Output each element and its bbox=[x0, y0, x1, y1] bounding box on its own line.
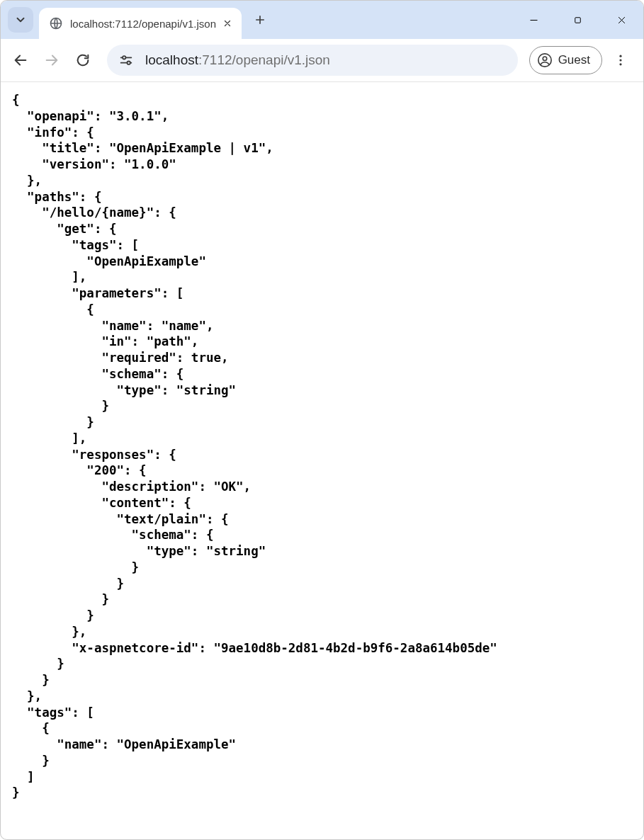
url-host: localhost bbox=[145, 52, 198, 67]
globe-icon bbox=[49, 16, 63, 30]
maximize-button[interactable] bbox=[555, 1, 599, 39]
profile-button[interactable]: Guest bbox=[529, 46, 602, 74]
maximize-icon bbox=[572, 15, 583, 25]
main-menu-button[interactable] bbox=[605, 45, 636, 76]
window-controls bbox=[512, 1, 643, 39]
svg-point-3 bbox=[127, 61, 130, 64]
reload-button[interactable] bbox=[67, 45, 98, 76]
svg-point-6 bbox=[619, 55, 621, 57]
svg-point-2 bbox=[123, 56, 125, 59]
forward-button[interactable] bbox=[36, 45, 67, 76]
toolbar: localhost:7112/openapi/v1.json Guest bbox=[1, 39, 643, 81]
browser-window: localhost:7112/openapi/v1.json bbox=[0, 0, 644, 840]
titlebar: localhost:7112/openapi/v1.json bbox=[1, 1, 643, 39]
tune-icon bbox=[118, 52, 134, 68]
site-settings-button[interactable] bbox=[117, 51, 135, 69]
tab-title: localhost:7112/openapi/v1.json bbox=[70, 18, 216, 30]
minimize-icon bbox=[529, 15, 539, 25]
svg-point-7 bbox=[619, 59, 621, 61]
browser-tab[interactable]: localhost:7112/openapi/v1.json bbox=[39, 8, 242, 39]
svg-point-5 bbox=[543, 57, 547, 61]
url-path: :7112/openapi/v1.json bbox=[198, 52, 330, 67]
reload-icon bbox=[75, 52, 91, 68]
new-tab-button[interactable] bbox=[247, 7, 273, 33]
minimize-button[interactable] bbox=[512, 1, 555, 39]
svg-point-8 bbox=[619, 63, 621, 65]
kebab-icon bbox=[614, 53, 628, 67]
json-body: { "openapi": "3.0.1", "info": { "title":… bbox=[12, 92, 636, 801]
address-bar[interactable]: localhost:7112/openapi/v1.json bbox=[107, 45, 518, 76]
url-text: localhost:7112/openapi/v1.json bbox=[145, 52, 330, 68]
chevron-down-icon bbox=[14, 13, 27, 26]
profile-label: Guest bbox=[558, 53, 590, 67]
page-content[interactable]: { "openapi": "3.0.1", "info": { "title":… bbox=[1, 82, 643, 839]
person-circle-icon bbox=[537, 52, 553, 68]
close-icon bbox=[223, 19, 232, 28]
window-close-button[interactable] bbox=[599, 1, 643, 39]
svg-rect-1 bbox=[575, 17, 580, 23]
arrow-right-icon bbox=[44, 52, 60, 68]
tab-search-button[interactable] bbox=[8, 7, 33, 33]
arrow-left-icon bbox=[13, 52, 28, 68]
plus-icon bbox=[254, 13, 266, 26]
tab-close-button[interactable] bbox=[220, 16, 235, 30]
back-button[interactable] bbox=[5, 45, 36, 76]
close-icon bbox=[616, 15, 627, 25]
